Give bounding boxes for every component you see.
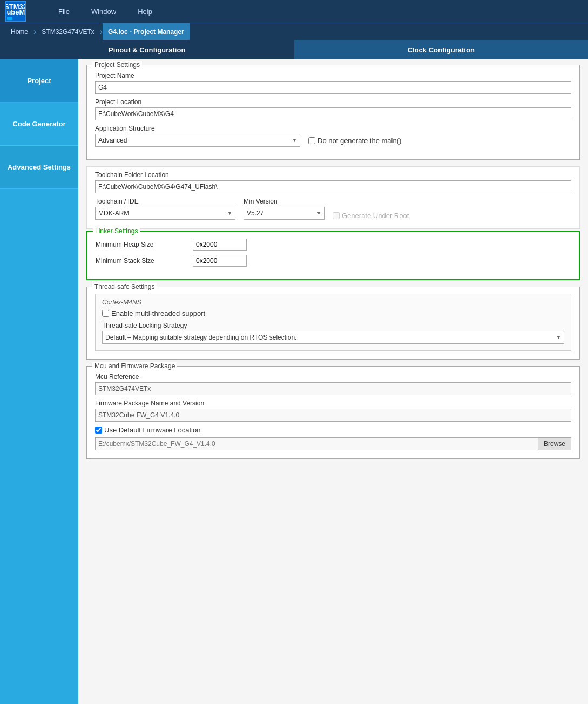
- toolchain-ide-select-wrapper: MDK-ARM STM32CubeIDE Makefile: [95, 207, 235, 220]
- firmware-package-input: [95, 409, 571, 422]
- menu-window[interactable]: Window: [91, 8, 116, 16]
- mcu-reference-input: [95, 382, 571, 395]
- toolchain-folder-section: Toolchain Folder Location Toolchain / ID…: [86, 166, 580, 229]
- generate-under-root-checkbox: [333, 212, 340, 219]
- min-version-col: Min Version V5.27 V5.26: [244, 198, 325, 220]
- locking-strategy-select[interactable]: Default – Mapping suitable strategy depe…: [102, 331, 564, 344]
- enable-multithreaded-checkbox[interactable]: [102, 310, 109, 317]
- firmware-path-row: Browse: [95, 437, 571, 450]
- tab-bar: Pinout & Configuration Clock Configurati…: [0, 40, 588, 59]
- min-heap-row: Minimum Heap Size: [96, 239, 571, 251]
- do-not-generate-checkbox[interactable]: [308, 137, 315, 144]
- use-default-firmware-checkbox[interactable]: [95, 427, 102, 434]
- firmware-package-row: Firmware Package Name and Version: [95, 400, 571, 422]
- breadcrumb: Home › STM32G474VETx › G4.ioc - Project …: [0, 23, 588, 40]
- firmware-path-input[interactable]: [95, 437, 538, 450]
- do-not-generate-text: Do not generate the main(): [317, 137, 401, 145]
- toolchain-folder-row: Toolchain Folder Location: [95, 171, 571, 193]
- sidebar-item-advanced-settings[interactable]: Advanced Settings: [0, 146, 78, 189]
- min-stack-input[interactable]: [193, 255, 247, 267]
- min-stack-row: Minimum Stack Size: [96, 255, 571, 267]
- linker-settings-section: Linker Settings Minimum Heap Size Minimu…: [86, 231, 580, 280]
- toolchain-ide-col: Toolchain / IDE MDK-ARM STM32CubeIDE Mak…: [95, 198, 235, 220]
- locking-strategy-label: Thread-safe Locking Strategy: [102, 322, 564, 329]
- min-version-select[interactable]: V5.27 V5.26: [244, 207, 325, 220]
- generate-under-root-col: Generate Under Root: [333, 212, 571, 220]
- logo-area: STM32 CubeMX: [5, 1, 26, 22]
- min-heap-label: Minimum Heap Size: [96, 241, 187, 248]
- breadcrumb-mcu[interactable]: STM32G474VETx: [36, 23, 99, 40]
- app-structure-label: Application Structure: [95, 125, 571, 132]
- cortex-label: Cortex-M4NS: [102, 299, 564, 306]
- tab-pinout[interactable]: Pinout & Configuration: [0, 40, 294, 59]
- project-location-input[interactable]: [95, 107, 571, 120]
- svg-text:CubeMX: CubeMX: [6, 8, 25, 16]
- project-name-input[interactable]: [95, 81, 571, 94]
- min-version-label: Min Version: [244, 198, 325, 205]
- toolchain-ide-label: Toolchain / IDE: [95, 198, 235, 205]
- use-default-firmware-label[interactable]: Use Default Firmware Location: [95, 426, 571, 434]
- project-settings-legend: Project Settings: [92, 61, 142, 69]
- min-stack-label: Minimum Stack Size: [96, 257, 187, 265]
- mcu-firmware-legend: Mcu and Firmware Package: [92, 362, 177, 370]
- logo-icon: STM32 CubeMX: [5, 1, 26, 22]
- toolchain-ide-select[interactable]: MDK-ARM STM32CubeIDE Makefile: [95, 207, 235, 220]
- sidebar: Project Code Generator Advanced Settings: [0, 59, 78, 704]
- project-name-label: Project Name: [95, 72, 571, 79]
- main-layout: Project Code Generator Advanced Settings…: [0, 59, 588, 704]
- app-structure-row: Application Structure Advanced Basic Do …: [95, 125, 571, 147]
- breadcrumb-home[interactable]: Home: [5, 23, 33, 40]
- min-version-select-wrapper: V5.27 V5.26: [244, 207, 325, 220]
- thread-safe-section: Thread-safe Settings Cortex-M4NS Enable …: [86, 287, 580, 360]
- mcu-reference-row: Mcu Reference: [95, 373, 571, 395]
- project-location-row: Project Location: [95, 98, 571, 120]
- svg-rect-3: [7, 17, 12, 20]
- firmware-package-label: Firmware Package Name and Version: [95, 400, 571, 407]
- toolchain-ide-row: Toolchain / IDE MDK-ARM STM32CubeIDE Mak…: [95, 198, 571, 220]
- top-bar: STM32 CubeMX File Window Help: [0, 0, 588, 23]
- locking-strategy-select-wrapper: Default – Mapping suitable strategy depe…: [102, 331, 564, 344]
- min-heap-input[interactable]: [193, 239, 247, 251]
- mcu-reference-label: Mcu Reference: [95, 373, 571, 381]
- mcu-firmware-section: Mcu and Firmware Package Mcu Reference F…: [86, 366, 580, 459]
- app-structure-select-wrapper: Advanced Basic: [95, 134, 300, 147]
- toolchain-folder-input[interactable]: [95, 180, 571, 193]
- tab-clock[interactable]: Clock Configuration: [294, 40, 589, 59]
- enable-multithreaded-label[interactable]: Enable multi-threaded support: [102, 309, 564, 317]
- enable-multithreaded-text: Enable multi-threaded support: [111, 309, 205, 317]
- content-area: Project Settings Project Name Project Lo…: [78, 59, 588, 704]
- toolchain-folder-label: Toolchain Folder Location: [95, 171, 571, 179]
- thread-safe-inner-box: Cortex-M4NS Enable multi-threaded suppor…: [95, 294, 571, 351]
- project-settings-section: Project Settings Project Name Project Lo…: [86, 65, 580, 160]
- app-structure-select[interactable]: Advanced Basic: [95, 134, 300, 147]
- sidebar-item-project[interactable]: Project: [0, 59, 78, 103]
- generate-under-root-label: Generate Under Root: [333, 212, 409, 220]
- do-not-generate-label[interactable]: Do not generate the main(): [308, 137, 401, 145]
- generate-under-root-text: Generate Under Root: [342, 212, 409, 220]
- browse-button[interactable]: Browse: [538, 437, 571, 450]
- app-structure-controls: Advanced Basic Do not generate the main(…: [95, 134, 571, 147]
- project-name-row: Project Name: [95, 72, 571, 94]
- linker-settings-legend: Linker Settings: [93, 227, 140, 235]
- project-location-label: Project Location: [95, 98, 571, 106]
- sidebar-item-code-generator[interactable]: Code Generator: [0, 103, 78, 146]
- locking-strategy-row: Thread-safe Locking Strategy Default – M…: [102, 322, 564, 344]
- menu-help[interactable]: Help: [138, 8, 152, 16]
- breadcrumb-project-manager[interactable]: G4.ioc - Project Manager: [103, 23, 190, 40]
- use-default-firmware-text: Use Default Firmware Location: [104, 426, 200, 434]
- thread-safe-legend: Thread-safe Settings: [92, 283, 157, 290]
- use-default-firmware-row: Use Default Firmware Location: [95, 426, 571, 434]
- menu-file[interactable]: File: [58, 8, 70, 16]
